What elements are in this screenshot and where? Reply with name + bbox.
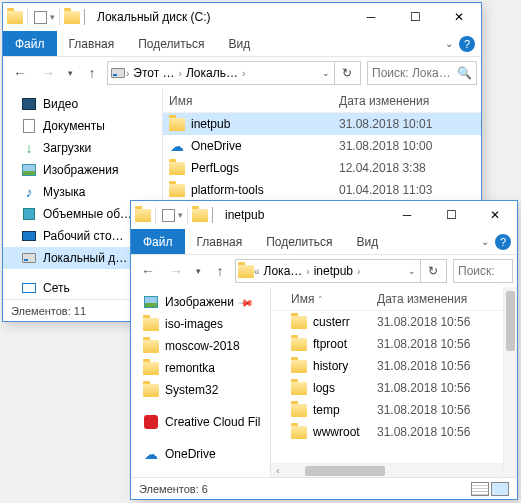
tab-share[interactable]: Поделиться	[254, 229, 344, 254]
tree-item-label: System32	[165, 383, 218, 397]
column-name[interactable]: Имя	[163, 94, 333, 108]
address-bar[interactable]: › Этот …› Локаль…› ⌄ ↻	[107, 61, 361, 85]
chevron-down-icon[interactable]: ⌄	[445, 38, 453, 49]
tree-item[interactable]: ↓Загрузки	[3, 137, 162, 159]
tree-item-label: Creative Cloud Fil	[165, 415, 260, 429]
recent-dropdown[interactable]: ▾	[63, 60, 77, 86]
column-date[interactable]: Дата изменения	[333, 94, 481, 108]
tree-item[interactable]: remontka	[131, 357, 270, 379]
file-name: platform-tools	[191, 183, 264, 197]
close-button[interactable]: ✕	[437, 3, 481, 31]
file-name: logs	[313, 381, 335, 395]
tree-item[interactable]: Изображения	[3, 159, 162, 181]
status-bar: Элементов: 6	[131, 477, 517, 499]
list-row[interactable]: history31.08.2018 10:56	[271, 355, 517, 377]
list-row[interactable]: platform-tools01.04.2018 11:03	[163, 179, 481, 201]
tree-item-label: moscow-2018	[165, 339, 240, 353]
minimize-button[interactable]: ─	[385, 201, 429, 229]
tree-item-label: Документы	[43, 119, 105, 133]
horizontal-scrollbar[interactable]: ‹›	[271, 463, 517, 477]
tree-item-label: OneDrive	[165, 447, 216, 461]
tree-item-label: Музыка	[43, 185, 85, 199]
column-name[interactable]: Имя ˄	[285, 292, 371, 306]
details-view-icon[interactable]	[471, 482, 489, 496]
list-row[interactable]: inetpub31.08.2018 10:01	[163, 113, 481, 135]
tab-home[interactable]: Главная	[57, 31, 127, 56]
folder-icon	[64, 9, 80, 25]
list-row[interactable]: PerfLogs12.04.2018 3:38	[163, 157, 481, 179]
refresh-icon[interactable]: ↻	[334, 62, 358, 84]
tree-item[interactable]: Документы	[3, 115, 162, 137]
file-date: 31.08.2018 10:56	[371, 315, 517, 329]
close-button[interactable]: ✕	[473, 201, 517, 229]
tree-item[interactable]: ☁OneDrive	[131, 443, 270, 465]
maximize-button[interactable]: ☐	[393, 3, 437, 31]
icons-view-icon[interactable]	[491, 482, 509, 496]
file-name: PerfLogs	[191, 161, 239, 175]
titlebar[interactable]: ▾ inetpub ─ ☐ ✕	[131, 201, 517, 229]
tree-item-label: Сеть	[43, 281, 70, 295]
tree-item[interactable]: Creative Cloud Fil	[131, 411, 270, 433]
folder-icon	[192, 207, 208, 223]
navigation-bar: ← → ▾ ↑ › Этот …› Локаль…› ⌄ ↻ Поиск: Ло…	[3, 57, 481, 89]
explorer-window-inetpub: ▾ inetpub ─ ☐ ✕ Файл Главная Поделиться …	[130, 200, 518, 500]
chevron-down-icon[interactable]: ⌄	[481, 236, 489, 247]
file-date: 31.08.2018 10:00	[333, 139, 481, 153]
tab-view[interactable]: Вид	[216, 31, 262, 56]
file-name: temp	[313, 403, 340, 417]
up-button[interactable]: ↑	[79, 60, 105, 86]
navigation-bar: ← → ▾ ↑ « Лока…› inetpub› ⌄ ↻ Поиск:	[131, 255, 517, 287]
help-icon[interactable]: ?	[459, 36, 475, 52]
tree-item-label: iso-images	[165, 317, 223, 331]
ribbon-tabs: Файл Главная Поделиться Вид ⌄?	[131, 229, 517, 255]
search-input[interactable]: Поиск:	[453, 259, 513, 283]
search-input[interactable]: Поиск: Лока…🔍	[367, 61, 477, 85]
file-list[interactable]: Имя ˄ Дата изменения custerr31.08.2018 1…	[271, 287, 517, 477]
recent-dropdown[interactable]: ▾	[191, 258, 205, 284]
list-row[interactable]: custerr31.08.2018 10:56	[271, 311, 517, 333]
maximize-button[interactable]: ☐	[429, 201, 473, 229]
tree-item-label: Изображени	[165, 295, 234, 309]
list-row[interactable]: wwwroot31.08.2018 10:56	[271, 421, 517, 443]
file-name: inetpub	[191, 117, 230, 131]
refresh-icon[interactable]: ↻	[420, 260, 444, 282]
file-date: 31.08.2018 10:56	[371, 381, 517, 395]
tree-item[interactable]: iso-images	[131, 313, 270, 335]
list-row[interactable]: logs31.08.2018 10:56	[271, 377, 517, 399]
folder-icon	[135, 207, 151, 223]
tab-file[interactable]: Файл	[3, 31, 57, 56]
tree-item-label: Объемные об…	[43, 207, 132, 221]
minimize-button[interactable]: ─	[349, 3, 393, 31]
tab-view[interactable]: Вид	[344, 229, 390, 254]
properties-icon[interactable]	[160, 207, 176, 223]
tree-item[interactable]: System32	[131, 379, 270, 401]
window-title: Локальный диск (C:)	[91, 10, 217, 24]
titlebar[interactable]: ▾ Локальный диск (C:) ─ ☐ ✕	[3, 3, 481, 31]
tree-item[interactable]: Видео	[3, 93, 162, 115]
tab-home[interactable]: Главная	[185, 229, 255, 254]
forward-button[interactable]: →	[35, 60, 61, 86]
list-row[interactable]: temp31.08.2018 10:56	[271, 399, 517, 421]
tree-item[interactable]: moscow-2018	[131, 335, 270, 357]
column-date[interactable]: Дата изменения	[371, 292, 517, 306]
tab-file[interactable]: Файл	[131, 229, 185, 254]
ribbon-tabs: Файл Главная Поделиться Вид ⌄?	[3, 31, 481, 57]
tree-item-label: Локальный д…	[43, 251, 127, 265]
forward-button[interactable]: →	[163, 258, 189, 284]
list-row[interactable]: ftproot31.08.2018 10:56	[271, 333, 517, 355]
file-date: 31.08.2018 10:56	[371, 359, 517, 373]
address-bar[interactable]: « Лока…› inetpub› ⌄ ↻	[235, 259, 447, 283]
up-button[interactable]: ↑	[207, 258, 233, 284]
back-button[interactable]: ←	[135, 258, 161, 284]
properties-icon[interactable]	[32, 9, 48, 25]
file-name: history	[313, 359, 348, 373]
list-row[interactable]: ☁OneDrive31.08.2018 10:00	[163, 135, 481, 157]
help-icon[interactable]: ?	[495, 234, 511, 250]
back-button[interactable]: ←	[7, 60, 33, 86]
file-date: 31.08.2018 10:01	[333, 117, 481, 131]
tab-share[interactable]: Поделиться	[126, 31, 216, 56]
tree-item[interactable]: Изображени📌	[131, 291, 270, 313]
file-date: 01.04.2018 11:03	[333, 183, 481, 197]
nav-tree[interactable]: Изображени📌iso-imagesmoscow-2018remontka…	[131, 287, 271, 477]
vertical-scrollbar[interactable]	[503, 287, 517, 477]
